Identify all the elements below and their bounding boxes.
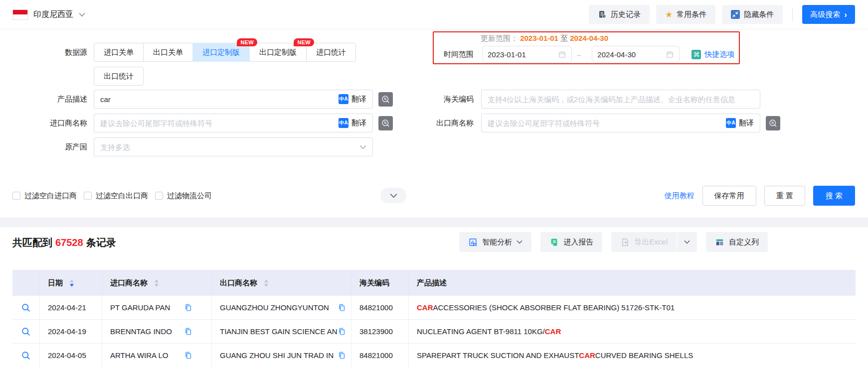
copy-button[interactable] bbox=[338, 351, 346, 360]
datasource-tab[interactable]: 出口关单 bbox=[143, 43, 193, 62]
sort-asc-icon[interactable] bbox=[70, 279, 74, 282]
datasource-tab[interactable]: 进口关单 bbox=[94, 43, 144, 62]
export-excel-button[interactable]: 导出Excel bbox=[611, 238, 677, 247]
sort-control[interactable] bbox=[70, 279, 74, 287]
keyword-highlight: CAR bbox=[417, 303, 433, 312]
filter-label: 过滤空白出口商 bbox=[96, 191, 148, 201]
save-favorite-button[interactable]: 保存常用 bbox=[702, 186, 756, 206]
cell-hs-code: 38123900 bbox=[351, 320, 409, 343]
cell-product-desc: CAR ACCESSORIES (SHOCK ABSORBER FLAT BEA… bbox=[409, 296, 856, 319]
topbar-actions: 历史记录 ★ 常用条件 隐藏条件 高级搜索 › bbox=[589, 5, 855, 24]
filter-label: 过滤物流公司 bbox=[167, 191, 212, 201]
fuzzy-search-toggle[interactable] bbox=[378, 92, 393, 107]
cell-date: 2024-04-19 bbox=[40, 320, 102, 343]
importer-input[interactable] bbox=[100, 119, 339, 127]
sort-asc-icon[interactable] bbox=[155, 279, 159, 282]
reset-button[interactable]: 重 置 bbox=[764, 186, 805, 206]
sort-asc-icon[interactable] bbox=[264, 279, 268, 282]
filter-checkbox[interactable]: 过滤物流公司 bbox=[155, 191, 212, 201]
export-excel-label: 导出Excel bbox=[634, 238, 668, 247]
row-detail-button[interactable] bbox=[21, 327, 31, 337]
origin-country-input[interactable] bbox=[100, 143, 359, 151]
advanced-search-button[interactable]: 高级搜索 › bbox=[802, 5, 855, 24]
filter-checkbox[interactable]: 过滤空白出口商 bbox=[84, 191, 148, 201]
fuzzy-search-toggle[interactable] bbox=[378, 116, 393, 130]
importer-row: 进口商名称 中A 翻译 bbox=[0, 114, 393, 132]
search-form: 数据源 进口关单出口关单进口定制版NEW出口定制版NEW进口统计 出口统计 更新… bbox=[0, 30, 868, 218]
checkbox-icon[interactable] bbox=[155, 192, 163, 200]
product-desc-input[interactable] bbox=[100, 95, 339, 104]
datasource-tab[interactable]: 出口定制版NEW bbox=[249, 43, 307, 62]
keyword-highlight: CAR bbox=[545, 327, 561, 336]
checkbox-icon[interactable] bbox=[12, 192, 20, 200]
search-swap-icon bbox=[381, 119, 390, 128]
indonesia-flag-icon bbox=[12, 9, 28, 20]
favorites-button[interactable]: ★ 常用条件 bbox=[656, 5, 715, 24]
company-name-link[interactable]: GUANGZHOU ZHONGYUNTON bbox=[220, 303, 329, 312]
row-detail-button[interactable] bbox=[21, 303, 31, 313]
company-name-link[interactable]: ARTHA WIRA LO bbox=[110, 351, 168, 360]
fuzzy-search-toggle[interactable] bbox=[766, 116, 780, 130]
hide-conditions-button[interactable]: 隐藏条件 bbox=[722, 5, 783, 24]
datasource-tab[interactable]: 进口定制版NEW bbox=[192, 43, 250, 62]
country-selector[interactable]: 印度尼西亚 bbox=[12, 9, 85, 20]
table-row: 2024-04-19BRENNTAG INDOTIANJIN BEST GAIN… bbox=[12, 320, 856, 344]
datasource-tab[interactable]: 进口统计 bbox=[306, 43, 356, 62]
origin-country-select[interactable] bbox=[94, 137, 373, 156]
sort-desc-icon[interactable] bbox=[264, 284, 268, 287]
row-detail-button[interactable] bbox=[21, 351, 31, 361]
end-date-input[interactable]: 2024-04-30 bbox=[592, 46, 680, 63]
custom-columns-button[interactable]: 自定义列 bbox=[706, 232, 768, 252]
columns-table-icon bbox=[715, 238, 724, 247]
start-date-input[interactable]: 2023-01-01 bbox=[482, 46, 572, 63]
bi-chart-icon: BI bbox=[468, 238, 478, 247]
filter-checkbox[interactable]: 过滤空白进口商 bbox=[12, 191, 77, 201]
quick-options-button[interactable]: ⌘ 快捷选项 bbox=[692, 50, 734, 59]
copy-button[interactable] bbox=[184, 303, 192, 312]
sort-desc-icon[interactable] bbox=[70, 284, 74, 287]
header-cell[interactable]: 出口商名称 bbox=[212, 270, 351, 296]
search-button[interactable]: 搜 索 bbox=[813, 186, 855, 206]
update-range-start: 2023-01-01 bbox=[520, 34, 558, 42]
copy-button[interactable] bbox=[184, 351, 192, 360]
update-range-end: 2024-04-30 bbox=[570, 34, 608, 42]
tab-label: 进口关单 bbox=[104, 48, 134, 57]
collapse-form-button[interactable] bbox=[380, 188, 406, 203]
translate-button[interactable]: 中A 翻译 bbox=[339, 118, 366, 128]
translate-button[interactable]: 中A 翻译 bbox=[339, 94, 366, 104]
company-name-link[interactable]: PT GARUDA PAN bbox=[110, 303, 170, 312]
sort-control[interactable] bbox=[155, 279, 159, 287]
hs-code-input[interactable] bbox=[488, 95, 754, 104]
count-number: 67528 bbox=[55, 237, 83, 248]
tutorial-link[interactable]: 使用教程 bbox=[665, 191, 694, 201]
star-icon: ★ bbox=[665, 10, 673, 19]
datasource-label: 数据源 bbox=[0, 48, 87, 57]
copy-button[interactable] bbox=[338, 327, 346, 336]
datasource-tab[interactable]: 出口统计 bbox=[94, 67, 144, 86]
keyword-highlight: CAR bbox=[579, 351, 595, 360]
copy-button[interactable] bbox=[184, 327, 192, 336]
checkbox-icon[interactable] bbox=[84, 192, 92, 200]
translate-icon: 中A bbox=[339, 118, 348, 128]
export-dropdown-button[interactable] bbox=[677, 232, 697, 252]
company-name-link[interactable]: GUANG ZHOU SHI JUN TRAD IN bbox=[220, 351, 334, 360]
smart-analysis-button[interactable]: BI 智能分析 bbox=[459, 232, 531, 252]
topbar-divider bbox=[792, 7, 793, 21]
enter-report-button[interactable]: 进入报告 bbox=[540, 232, 602, 252]
cell-detail-search bbox=[12, 320, 40, 343]
row-search-icon bbox=[21, 303, 31, 313]
sort-desc-icon[interactable] bbox=[155, 284, 159, 287]
new-badge: NEW bbox=[294, 38, 314, 46]
chevron-down-icon bbox=[517, 240, 522, 244]
company-name-link[interactable]: TIANJIN BEST GAIN SCIENCE AN bbox=[220, 327, 338, 336]
copy-icon bbox=[338, 303, 346, 312]
header-cell[interactable]: 进口商名称 bbox=[102, 270, 212, 296]
translate-button[interactable]: 中A 翻译 bbox=[726, 118, 754, 128]
header-cell[interactable]: 日期 bbox=[40, 270, 102, 296]
exporter-input[interactable] bbox=[488, 119, 726, 127]
history-button[interactable]: 历史记录 bbox=[589, 5, 650, 24]
company-name-link[interactable]: BRENNTAG INDO bbox=[110, 327, 172, 336]
copy-button[interactable] bbox=[338, 303, 346, 312]
cell-detail-search bbox=[12, 296, 40, 319]
sort-control[interactable] bbox=[264, 279, 268, 287]
